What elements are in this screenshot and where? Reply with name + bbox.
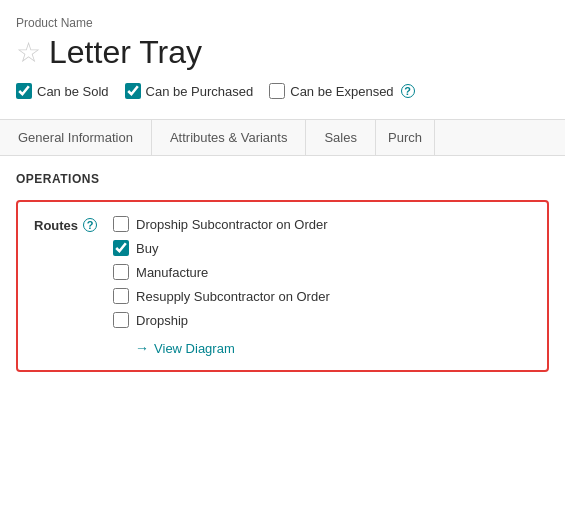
can-be-expensed-checkbox-item[interactable]: Can be Expensed ? (269, 83, 414, 99)
route-dropship-label: Dropship (136, 313, 188, 328)
can-be-sold-label: Can be Sold (37, 84, 109, 99)
checkboxes-row: Can be Sold Can be Purchased Can be Expe… (16, 83, 549, 99)
route-resupply-subcontractor-label: Resupply Subcontractor on Order (136, 289, 330, 304)
route-buy[interactable]: Buy (113, 240, 330, 256)
arrow-right-icon: → (135, 340, 149, 356)
can-be-expensed-label: Can be Expensed (290, 84, 393, 99)
routes-label: Routes ? (34, 216, 97, 356)
tab-attributes-variants[interactable]: Attributes & Variants (152, 120, 307, 155)
header-section: Product Name ☆ Letter Tray Can be Sold C… (0, 0, 565, 119)
route-dropship-checkbox[interactable] (113, 312, 129, 328)
tabs-row: General Information Attributes & Variant… (0, 119, 565, 156)
operations-box: Routes ? Dropship Subcontractor on Order… (16, 200, 549, 372)
product-name-label: Product Name (16, 16, 549, 30)
can-be-purchased-label: Can be Purchased (146, 84, 254, 99)
routes-label-text: Routes (34, 218, 78, 233)
view-diagram-link[interactable]: → View Diagram (135, 340, 330, 356)
operations-section-title: OPERATIONS (16, 172, 549, 186)
route-resupply-subcontractor[interactable]: Resupply Subcontractor on Order (113, 288, 330, 304)
route-dropship-subcontractor-checkbox[interactable] (113, 216, 129, 232)
main-content: OPERATIONS Routes ? Dropship Subcontract… (0, 156, 565, 388)
tab-purchase[interactable]: Purch (376, 120, 435, 155)
can-be-expensed-help-icon[interactable]: ? (401, 84, 415, 98)
route-dropship-subcontractor-label: Dropship Subcontractor on Order (136, 217, 327, 232)
route-dropship[interactable]: Dropship (113, 312, 330, 328)
routes-help-icon[interactable]: ? (83, 218, 97, 232)
favorite-star-icon[interactable]: ☆ (16, 39, 41, 67)
tab-sales[interactable]: Sales (306, 120, 376, 155)
route-buy-checkbox[interactable] (113, 240, 129, 256)
route-manufacture-label: Manufacture (136, 265, 208, 280)
can-be-purchased-checkbox-item[interactable]: Can be Purchased (125, 83, 254, 99)
product-title-row: ☆ Letter Tray (16, 34, 549, 71)
can-be-expensed-checkbox[interactable] (269, 83, 285, 99)
can-be-sold-checkbox[interactable] (16, 83, 32, 99)
routes-options: Dropship Subcontractor on Order Buy Manu… (113, 216, 330, 356)
product-title: Letter Tray (49, 34, 202, 71)
view-diagram-label: View Diagram (154, 341, 235, 356)
route-manufacture-checkbox[interactable] (113, 264, 129, 280)
route-resupply-subcontractor-checkbox[interactable] (113, 288, 129, 304)
routes-row: Routes ? Dropship Subcontractor on Order… (34, 216, 531, 356)
route-dropship-subcontractor[interactable]: Dropship Subcontractor on Order (113, 216, 330, 232)
can-be-purchased-checkbox[interactable] (125, 83, 141, 99)
tab-general-information[interactable]: General Information (0, 120, 152, 155)
can-be-sold-checkbox-item[interactable]: Can be Sold (16, 83, 109, 99)
route-manufacture[interactable]: Manufacture (113, 264, 330, 280)
route-buy-label: Buy (136, 241, 158, 256)
